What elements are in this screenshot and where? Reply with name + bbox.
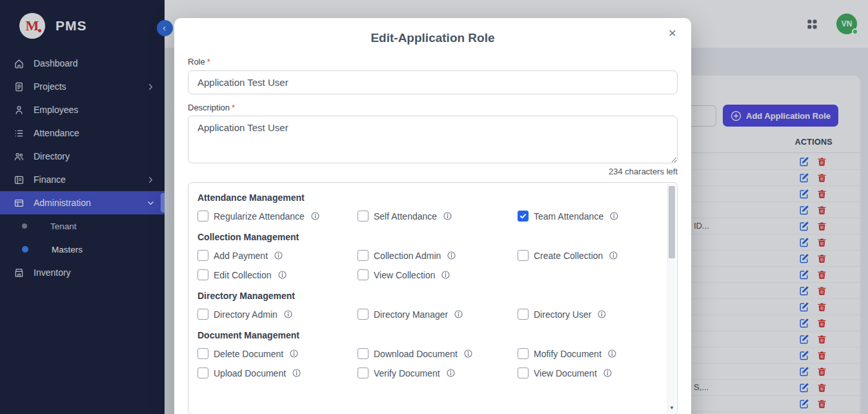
role-input[interactable] — [188, 70, 678, 94]
permission-label: Regularize Attendance — [214, 211, 305, 222]
permission-item-delete-document[interactable]: Delete Document — [197, 348, 358, 359]
description-field-label: Description* — [188, 103, 678, 112]
checkbox-unchecked[interactable] — [358, 250, 368, 261]
permission-label: Edit Collection — [214, 270, 272, 280]
info-icon — [292, 369, 301, 377]
info-icon — [598, 310, 606, 318]
permission-label: Upload Document — [214, 368, 286, 378]
permission-label: Self Attendance — [374, 211, 437, 222]
checkbox-unchecked[interactable] — [518, 309, 529, 320]
permission-label: Add Payment — [214, 251, 268, 261]
checkbox-unchecked[interactable] — [358, 269, 368, 280]
info-icon — [603, 369, 612, 377]
permission-item-verify-document[interactable]: Verify Document — [358, 367, 518, 378]
checkbox-unchecked[interactable] — [358, 348, 368, 359]
permission-label: View Document — [534, 368, 597, 378]
checkbox-unchecked[interactable] — [358, 367, 368, 378]
checkbox-unchecked[interactable] — [197, 348, 208, 359]
info-icon — [443, 212, 452, 220]
permission-grid: Regularize AttendanceSelf AttendanceTeam… — [197, 211, 655, 222]
permission-item-directory-admin[interactable]: Directory Admin — [197, 309, 358, 320]
checkbox-unchecked[interactable] — [197, 211, 208, 222]
info-icon — [311, 212, 319, 220]
required-asterisk: * — [232, 103, 235, 112]
info-icon — [447, 369, 455, 377]
permission-label: Directory User — [534, 309, 591, 320]
permission-label: Directory Admin — [214, 309, 278, 320]
permission-section-title: Attendance Management — [197, 192, 655, 203]
info-icon — [610, 212, 618, 220]
checkbox-checked[interactable] — [518, 211, 529, 222]
info-icon — [441, 271, 450, 279]
permissions-list: Attendance ManagementRegularize Attendan… — [188, 182, 678, 414]
checkbox-unchecked[interactable] — [358, 309, 368, 320]
scrollbar-down-arrow[interactable]: ▼ — [668, 403, 676, 413]
permission-item-directory-manager[interactable]: Directory Manager — [358, 309, 518, 320]
permission-item-create-collection[interactable]: Create Collection — [518, 250, 655, 261]
info-icon — [290, 349, 298, 358]
checkbox-unchecked[interactable] — [197, 269, 208, 280]
info-icon — [609, 251, 618, 260]
info-icon — [278, 271, 287, 279]
permissions-sections: Attendance ManagementRegularize Attendan… — [188, 183, 677, 397]
scrollbar-thumb[interactable] — [669, 186, 675, 258]
permission-item-mofify-document[interactable]: Mofify Document — [518, 348, 655, 359]
permission-grid: Directory AdminDirectory ManagerDirector… — [197, 309, 655, 320]
checkbox-unchecked[interactable] — [518, 367, 529, 378]
permission-label: Mofify Document — [534, 349, 601, 359]
info-icon — [447, 251, 456, 260]
permission-item-directory-user[interactable]: Directory User — [518, 309, 655, 320]
permission-grid: Add PaymentCollection AdminCreate Collec… — [197, 250, 655, 280]
info-icon — [284, 310, 292, 318]
permission-label: Team Attendance — [534, 211, 603, 222]
permission-grid: Delete DocumentDownload DocumentMofify D… — [197, 348, 655, 378]
info-icon — [274, 251, 283, 260]
description-textarea[interactable]: Application Test User — [188, 116, 678, 163]
permission-item-view-collection[interactable]: View Collection — [358, 269, 518, 280]
info-icon — [464, 349, 472, 358]
permission-section-title: Document Management — [197, 330, 655, 340]
permission-section-title: Directory Management — [197, 291, 655, 301]
checkbox-unchecked[interactable] — [197, 250, 208, 261]
checkbox-unchecked[interactable] — [197, 367, 208, 378]
info-icon — [454, 310, 463, 318]
permission-label: Delete Document — [214, 349, 283, 359]
permission-item-download-document[interactable]: Download Document — [358, 348, 518, 359]
permission-label: View Collection — [374, 270, 435, 280]
checkbox-unchecked[interactable] — [358, 211, 368, 222]
permission-item-self-attendance[interactable]: Self Attendance — [358, 211, 518, 222]
checkbox-unchecked[interactable] — [197, 309, 208, 320]
permission-label: Directory Manager — [374, 309, 448, 320]
characters-left-counter: 234 characters left — [188, 167, 678, 176]
checkbox-unchecked[interactable] — [518, 348, 529, 359]
permission-section-title: Collection Management — [197, 232, 655, 242]
permission-item-edit-collection[interactable]: Edit Collection — [197, 269, 358, 280]
permission-item-collection-admin[interactable]: Collection Admin — [358, 250, 518, 261]
close-icon[interactable]: × — [664, 24, 681, 41]
modal-title: Edit-Application Role — [188, 31, 678, 45]
permission-item-view-document[interactable]: View Document — [518, 367, 655, 378]
checkbox-unchecked[interactable] — [518, 250, 529, 261]
permission-label: Download Document — [374, 349, 458, 359]
permission-label: Create Collection — [534, 251, 603, 261]
info-icon — [608, 349, 616, 358]
edit-application-role-modal: × Edit-Application Role Role* Descriptio… — [174, 18, 691, 414]
permission-label: Collection Admin — [374, 251, 441, 261]
required-asterisk: * — [207, 57, 210, 67]
role-field-label: Role* — [188, 57, 678, 67]
permission-item-regularize-attendance[interactable]: Regularize Attendance — [197, 211, 358, 222]
scrollbar-track[interactable]: ▼ — [667, 184, 676, 413]
permission-label: Verify Document — [374, 368, 440, 378]
permission-item-add-payment[interactable]: Add Payment — [197, 250, 358, 261]
permission-item-upload-document[interactable]: Upload Document — [197, 367, 358, 378]
permission-item-team-attendance[interactable]: Team Attendance — [518, 211, 655, 222]
